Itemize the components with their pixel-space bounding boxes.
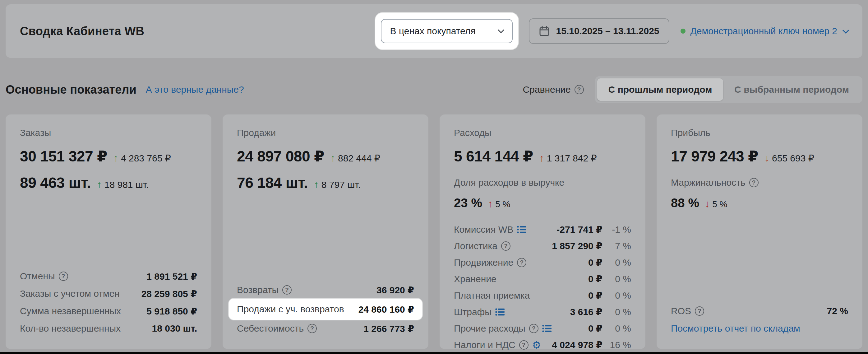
account-key-switcher[interactable]: Демонстрационный ключ номер 2 [681, 26, 848, 36]
expenses-amount-delta: 1 317 842 ₽ [539, 152, 597, 164]
list-item: Отмены 1 891 521 ₽ [20, 267, 197, 285]
orders-amount-delta: 4 283 765 ₽ [114, 152, 171, 164]
down-arrow-icon [765, 152, 770, 164]
list-item: Себестоимость 1 266 773 ₽ [237, 320, 414, 337]
sales-qty-row: 76 184 шт. 8 797 шт. [237, 174, 414, 191]
date-range-picker[interactable]: 15.10.2025 – 13.11.2025 [529, 18, 669, 44]
expenses-share-label: Доля расходов в выручке [454, 177, 631, 188]
up-arrow-icon [314, 179, 319, 190]
list-item: Логистика 1 857 290 ₽ 7 % [454, 238, 631, 254]
help-icon[interactable] [519, 340, 528, 350]
online-status-dot [681, 29, 685, 34]
page-title: Сводка Кабинета WB [20, 25, 144, 38]
compare-prev-period-button[interactable]: С прошлым периодом [597, 79, 723, 101]
header-bar: Сводка Кабинета WB В ценах покупателя 15… [6, 4, 862, 58]
expenses-amount-row: 5 614 144 ₽ 1 317 842 ₽ [454, 147, 631, 165]
profit-amount: 17 979 243 ₽ [671, 147, 758, 165]
sales-qty: 76 184 шт. [237, 174, 308, 191]
sales-amount-delta: 882 444 ₽ [331, 152, 380, 164]
margin-row: 88 % 5 % [671, 196, 848, 210]
list-item: Сумма незавершенных 5 918 850 ₽ [20, 302, 197, 320]
expenses-share-value: 23 % [454, 196, 482, 210]
details-list-icon[interactable] [495, 308, 504, 316]
orders-detail-list: Отмены 1 891 521 ₽ Заказы с учетом отмен… [20, 267, 197, 337]
price-mode-spotlight: В ценах покупателя [375, 13, 518, 50]
help-icon[interactable] [59, 271, 68, 281]
help-icon[interactable] [282, 285, 291, 295]
section-title: Основные показатели [6, 83, 136, 96]
data-check-link[interactable]: А это верные данные? [146, 84, 244, 95]
details-list-icon[interactable] [517, 226, 526, 234]
orders-amount: 30 151 327 ₽ [20, 147, 107, 165]
list-item: Комиссия WB -271 741 ₽ -1 % [454, 221, 631, 238]
account-key-label: Демонстрационный ключ номер 2 [690, 26, 837, 36]
sales-amount-row: 24 897 080 ₽ 882 444 ₽ [237, 147, 414, 165]
up-arrow-icon [97, 179, 102, 190]
profit-amount-delta: 655 693 ₽ [765, 152, 814, 164]
help-icon[interactable] [749, 178, 758, 187]
orders-card: Заказы 30 151 327 ₽ 4 283 765 ₽ 89 463 ш… [6, 115, 211, 349]
card-title: Расходы [454, 127, 631, 138]
comparison-controls: Сравнение С прошлым периодом С выбранным… [523, 76, 862, 103]
card-title: Прибыль [671, 127, 848, 138]
help-icon[interactable] [307, 324, 317, 333]
margin-delta: 5 % [705, 198, 727, 210]
list-item: Заказы с учетом отмен 28 259 805 ₽ [20, 285, 197, 302]
list-item: Штрафы 3 616 ₽ 0 % [454, 304, 631, 320]
price-mode-value: В ценах покупателя [390, 26, 476, 36]
dashboard-page: Сводка Кабинета WB В ценах покупателя 15… [0, 0, 868, 354]
section-row: Основные показатели А это верные данные?… [6, 77, 862, 102]
card-title: Заказы [20, 127, 197, 138]
expenses-share-delta: 5 % [488, 198, 510, 210]
list-item: Возвраты 36 920 ₽ [237, 281, 414, 299]
comparison-label: Сравнение [523, 84, 570, 95]
sales-with-returns-highlight-row: Продажи с уч. возвратов 24 860 160 ₽ [229, 299, 422, 320]
orders-qty-delta: 18 981 шт. [97, 179, 149, 190]
list-item: Хранение 0 ₽ 0 % [454, 271, 631, 287]
list-item: Продвижение 0 ₽ 0 % [454, 254, 631, 271]
orders-qty: 89 463 шт. [20, 174, 91, 191]
calendar-icon [539, 26, 550, 37]
up-arrow-icon [539, 152, 545, 164]
sales-amount: 24 897 080 ₽ [237, 147, 324, 165]
expenses-amount: 5 614 144 ₽ [454, 147, 533, 165]
up-arrow-icon [488, 198, 493, 210]
sales-detail-list: Возвраты 36 920 ₽ Продажи с уч. возврато… [237, 281, 414, 337]
chevron-down-icon [842, 27, 849, 33]
warehouse-report-row: Посмотреть отчет по складам [671, 320, 848, 337]
price-mode-select[interactable]: В ценах покупателя [381, 19, 513, 43]
list-item: Налоги и НДС 4 024 978 ₽ 16 % [454, 336, 631, 353]
orders-amount-row: 30 151 327 ₽ 4 283 765 ₽ [20, 147, 197, 165]
sales-qty-delta: 8 797 шт. [314, 179, 361, 190]
help-icon[interactable] [529, 324, 538, 333]
profit-detail-list: ROS 72 % Посмотреть отчет по складам [671, 302, 848, 337]
gear-icon[interactable] [532, 340, 541, 350]
compare-custom-period-button[interactable]: С выбранным периодом [723, 79, 860, 101]
kpi-cards: Заказы 30 151 327 ₽ 4 283 765 ₽ 89 463 ш… [6, 115, 862, 349]
expenses-card: Расходы 5 614 144 ₽ 1 317 842 ₽ Доля рас… [440, 115, 645, 349]
help-icon[interactable] [575, 85, 584, 94]
card-title: Продажи [237, 127, 414, 138]
warehouse-report-link[interactable]: Посмотреть отчет по складам [671, 323, 800, 334]
profit-card: Прибыль 17 979 243 ₽ 655 693 ₽ Маржиналь… [657, 115, 862, 349]
expenses-share-row: 23 % 5 % [454, 196, 631, 210]
comparison-toggle: С прошлым периодом С выбранным периодом [595, 76, 862, 103]
details-list-icon[interactable] [542, 324, 552, 332]
list-item: Платная приемка 0 ₽ 0 % [454, 287, 631, 304]
sales-card: Продажи 24 897 080 ₽ 882 444 ₽ 76 184 шт… [223, 115, 428, 349]
help-icon[interactable] [517, 258, 526, 267]
margin-value: 88 % [671, 196, 699, 210]
list-item: Прочие расходы 0 ₽ 0 % [454, 320, 631, 336]
chevron-down-icon [497, 26, 504, 33]
expenses-breakdown-list: Комиссия WB -271 741 ₽ -1 % Логистика 1 … [454, 221, 631, 353]
list-item: Кол-во незавершенных 18 030 шт. [20, 320, 197, 337]
margin-label: Маржинальность [671, 177, 848, 188]
up-arrow-icon [114, 152, 119, 164]
help-icon[interactable] [695, 306, 704, 316]
profit-amount-row: 17 979 243 ₽ 655 693 ₽ [671, 147, 848, 165]
window-bottom-edge [0, 352, 868, 354]
help-icon[interactable] [501, 241, 510, 251]
down-arrow-icon [705, 198, 710, 210]
ros-row: ROS 72 % [671, 302, 848, 320]
orders-qty-row: 89 463 шт. 18 981 шт. [20, 174, 197, 191]
